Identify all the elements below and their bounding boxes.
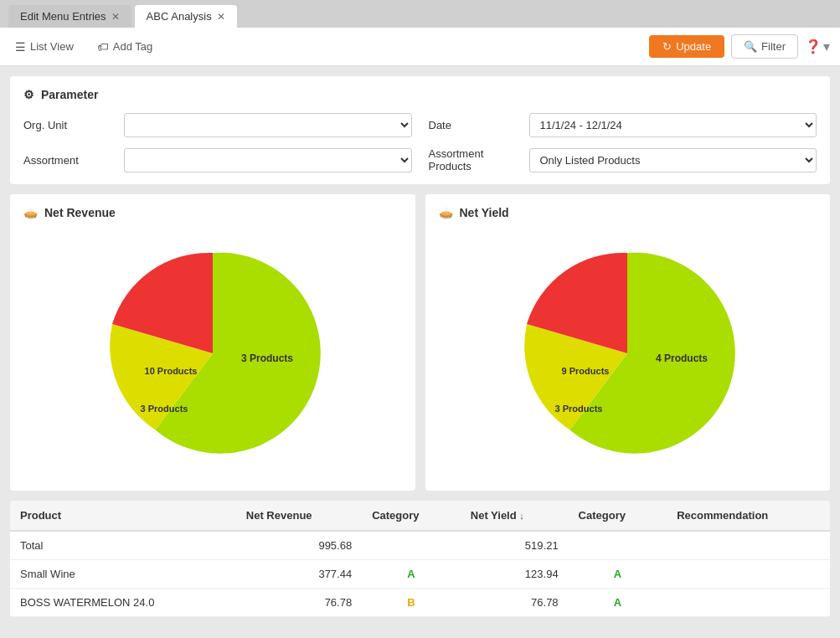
assortment-products-row: Assortment Products Only Listed Products [429,147,817,172]
cell-net-revenue: 995.68 [236,531,362,560]
svg-text:10 Products: 10 Products [144,366,197,376]
net-yield-chart-area: 4 Products 3 Products 9 Products [439,228,817,479]
tab-edit-menu-close[interactable]: ✕ [111,12,120,22]
tab-edit-menu[interactable]: Edit Menu Entries ✕ [8,5,131,28]
filter-icon: 🔍 [744,40,757,53]
cell-recommendation [667,589,830,617]
help-button[interactable]: ❓ ▾ [805,39,830,54]
list-view-icon: ☰ [15,40,26,54]
list-view-button[interactable]: ☰ List View [10,37,79,57]
date-label: Date [429,119,521,131]
net-revenue-svg: 3 Products 3 Products 10 Products [104,244,322,462]
cell-category2: A [569,589,667,617]
cell-category2 [569,531,667,560]
cell-net-yield: 123.94 [461,560,569,589]
list-view-label: List View [30,40,74,53]
org-unit-select[interactable] [124,113,412,137]
assortment-select[interactable] [124,148,412,172]
svg-text:3 Products: 3 Products [241,352,293,364]
toolbar: ☰ List View 🏷 Add Tag ↻ Update 🔍 Filter … [0,28,840,66]
tab-abc-analysis-close[interactable]: ✕ [217,12,225,22]
net-yield-svg: 4 Products 3 Products 9 Products [518,244,736,462]
sort-icon: ↓ [519,511,524,521]
update-label: Update [676,40,711,53]
col-net-revenue: Net Revenue [236,501,362,531]
toolbar-right: ↻ Update 🔍 Filter ❓ ▾ [649,34,830,59]
cell-recommendation [667,531,830,560]
date-select[interactable]: 11/1/24 - 12/1/24 [529,113,817,137]
parameter-title: ⚙ Parameter [23,88,817,101]
net-revenue-chart-area: 3 Products 3 Products 10 Products [23,228,402,479]
add-tag-label: Add Tag [113,40,152,53]
cell-product: Total [10,531,236,560]
update-button[interactable]: ↻ Update [649,35,724,58]
cell-category1: A [362,560,461,589]
parameter-panel: ⚙ Parameter Org. Unit Date 11/1/24 - 12/… [10,76,830,184]
table-header-row: Product Net Revenue Category Net Yield ↓… [10,501,830,531]
col-category1: Category [362,501,461,531]
charts-row: 🥧 Net Revenue 3 Products 3 Products 10 P… [10,194,830,491]
assortment-products-label: Assortment Products [429,147,521,172]
tab-bar: Edit Menu Entries ✕ ABC Analysis ✕ [0,0,840,28]
col-category2: Category [569,501,667,531]
table-row: BOSS WATERMELON 24.0 76.78 B 76.78 A [10,589,830,617]
tab-abc-analysis-label: ABC Analysis [147,10,212,23]
cell-net-yield: 519.21 [461,531,569,560]
tab-abc-analysis[interactable]: ABC Analysis ✕ [135,5,237,28]
svg-text:3 Products: 3 Products [555,404,603,414]
cell-net-revenue: 377.44 [236,560,362,589]
filter-label: Filter [761,40,786,53]
net-yield-icon: 🥧 [439,206,453,219]
parameter-grid: Org. Unit Date 11/1/24 - 12/1/24 Assortm… [23,113,817,172]
tag-icon: 🏷 [97,40,109,54]
col-product: Product [10,501,236,531]
date-row: Date 11/1/24 - 12/1/24 [429,113,817,137]
filter-button[interactable]: 🔍 Filter [731,34,798,59]
cell-net-yield: 76.78 [461,589,569,617]
parameter-icon: ⚙ [23,88,34,101]
assortment-products-select[interactable]: Only Listed Products [529,148,817,172]
toolbar-left: ☰ List View 🏷 Add Tag [10,37,636,57]
update-icon: ↻ [662,40,672,53]
org-unit-row: Org. Unit [23,113,412,137]
org-unit-label: Org. Unit [23,119,116,131]
cell-product: BOSS WATERMELON 24.0 [10,589,236,617]
assortment-row: Assortment [23,147,412,172]
assortment-label: Assortment [23,154,116,167]
data-table-panel: Product Net Revenue Category Net Yield ↓… [10,501,830,617]
cell-recommendation [667,560,830,589]
main-content: ⚙ Parameter Org. Unit Date 11/1/24 - 12/… [0,66,840,627]
net-yield-panel: 🥧 Net Yield 4 Products 3 Products 9 Prod… [425,194,831,491]
cell-category2: A [569,560,667,589]
help-chevron-icon: ▾ [823,39,830,54]
tab-edit-menu-label: Edit Menu Entries [20,10,106,23]
col-recommendation: Recommendation [667,501,830,531]
table-row: Small Wine 377.44 A 123.94 A [10,560,830,589]
net-revenue-icon: 🥧 [23,206,38,219]
help-icon: ❓ [805,39,822,54]
cell-product: Small Wine [10,560,236,589]
net-yield-title: 🥧 Net Yield [439,206,817,219]
svg-text:4 Products: 4 Products [656,352,708,364]
svg-text:3 Products: 3 Products [140,404,188,414]
net-revenue-panel: 🥧 Net Revenue 3 Products 3 Products 10 P… [10,194,415,491]
cell-category1: B [362,589,461,617]
col-net-yield[interactable]: Net Yield ↓ [461,501,569,531]
cell-category1 [362,531,461,560]
add-tag-button[interactable]: 🏷 Add Tag [92,37,157,57]
data-table: Product Net Revenue Category Net Yield ↓… [10,501,830,617]
table-row: Total 995.68 519.21 [10,531,830,560]
net-revenue-title: 🥧 Net Revenue [23,206,402,219]
svg-text:9 Products: 9 Products [562,366,610,376]
cell-net-revenue: 76.78 [236,589,362,617]
